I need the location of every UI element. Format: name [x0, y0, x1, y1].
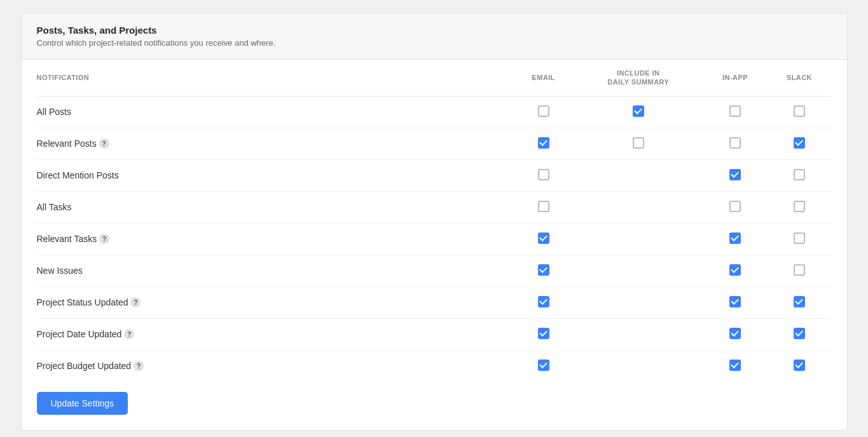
- in-app-checkbox[interactable]: [729, 264, 741, 276]
- notification-label-cell: Direct Mention Posts: [37, 159, 514, 191]
- email-checkbox[interactable]: [538, 296, 549, 307]
- email-checkbox[interactable]: [538, 201, 549, 212]
- notification-name: New Issues: [37, 266, 83, 276]
- slack-checkbox[interactable]: [794, 201, 805, 212]
- card-subtitle: Control which project-related notificati…: [37, 38, 832, 48]
- daily-summary-cell: [574, 128, 703, 159]
- notification-name: Project Budget Updated: [37, 361, 132, 371]
- in-app-cell: [703, 350, 768, 382]
- update-settings-button[interactable]: Update Settings: [37, 392, 128, 415]
- table-row: New Issues: [37, 255, 832, 286]
- in-app-checkbox[interactable]: [729, 232, 741, 244]
- email-cell: [514, 223, 574, 255]
- slack-cell: [767, 191, 831, 223]
- help-icon[interactable]: ?: [99, 138, 109, 149]
- email-checkbox[interactable]: [538, 137, 549, 149]
- notification-label-cell: Relevant Posts?: [37, 128, 514, 159]
- card-title: Posts, Tasks, and Projects: [37, 25, 832, 36]
- in-app-cell: [703, 318, 768, 350]
- slack-checkbox[interactable]: [794, 169, 805, 180]
- notification-name: All Tasks: [37, 202, 72, 212]
- in-app-checkbox[interactable]: [729, 328, 741, 339]
- daily-summary-cell: [574, 318, 703, 350]
- slack-checkbox[interactable]: [794, 232, 805, 244]
- email-cell: [514, 128, 574, 159]
- table-header-row: NOTIFICATION EMAIL INCLUDE IN DAILY SUMM…: [37, 60, 832, 96]
- daily-summary-cell: [574, 159, 703, 191]
- slack-checkbox[interactable]: [794, 328, 805, 339]
- help-icon[interactable]: ?: [124, 329, 134, 339]
- help-icon[interactable]: ?: [130, 297, 141, 307]
- daily-summary-cell: [574, 223, 703, 255]
- col-slack: SLACK: [767, 60, 831, 96]
- notifications-table: NOTIFICATION EMAIL INCLUDE IN DAILY SUMM…: [37, 60, 832, 382]
- in-app-cell: [703, 286, 768, 318]
- table-row: Relevant Tasks?: [37, 223, 832, 255]
- notification-label-cell: All Tasks: [37, 191, 514, 223]
- in-app-cell: [703, 255, 768, 286]
- col-in-app: IN-APP: [703, 60, 768, 96]
- email-cell: [514, 318, 574, 350]
- email-cell: [514, 255, 574, 286]
- slack-checkbox[interactable]: [794, 360, 805, 371]
- in-app-checkbox[interactable]: [729, 201, 741, 212]
- in-app-checkbox[interactable]: [729, 296, 741, 307]
- in-app-checkbox[interactable]: [729, 137, 741, 149]
- in-app-checkbox[interactable]: [729, 360, 741, 371]
- slack-cell: [767, 318, 831, 350]
- notification-name: Project Status Updated: [37, 297, 128, 307]
- daily-summary-cell: [574, 350, 703, 382]
- notification-label-cell: Relevant Tasks?: [37, 223, 514, 255]
- slack-cell: [767, 128, 831, 159]
- email-checkbox[interactable]: [538, 328, 549, 339]
- email-checkbox[interactable]: [538, 360, 549, 371]
- email-checkbox[interactable]: [538, 105, 549, 117]
- slack-cell: [767, 223, 831, 255]
- slack-cell: [767, 286, 831, 318]
- card-header: Posts, Tasks, and Projects Control which…: [22, 13, 847, 60]
- col-email: EMAIL: [514, 60, 574, 96]
- email-checkbox[interactable]: [538, 232, 549, 244]
- email-cell: [514, 96, 574, 128]
- daily-summary-cell: [574, 255, 703, 286]
- notification-name: Project Date Updated: [37, 329, 122, 339]
- notification-name: Relevant Tasks: [37, 234, 97, 244]
- table-wrap: NOTIFICATION EMAIL INCLUDE IN DAILY SUMM…: [22, 60, 847, 430]
- notification-name: Direct Mention Posts: [37, 170, 119, 180]
- col-daily-summary: INCLUDE IN DAILY SUMMARY: [574, 60, 703, 96]
- in-app-checkbox[interactable]: [729, 169, 741, 180]
- table-row: Project Date Updated?: [37, 318, 832, 350]
- slack-cell: [767, 96, 831, 128]
- slack-checkbox[interactable]: [794, 137, 805, 149]
- slack-cell: [767, 350, 831, 382]
- daily-summary-cell: [574, 286, 703, 318]
- slack-checkbox[interactable]: [794, 264, 805, 276]
- email-checkbox[interactable]: [538, 169, 549, 180]
- email-checkbox[interactable]: [538, 264, 549, 276]
- daily-summary-checkbox[interactable]: [633, 105, 644, 117]
- in-app-cell: [703, 96, 768, 128]
- in-app-cell: [703, 128, 768, 159]
- slack-checkbox[interactable]: [794, 105, 805, 117]
- help-icon[interactable]: ?: [99, 234, 109, 244]
- notification-label-cell: New Issues: [37, 255, 514, 286]
- in-app-cell: [703, 159, 768, 191]
- in-app-checkbox[interactable]: [729, 105, 741, 117]
- slack-checkbox[interactable]: [794, 296, 805, 307]
- in-app-cell: [703, 191, 768, 223]
- email-cell: [514, 159, 574, 191]
- settings-card: Posts, Tasks, and Projects Control which…: [21, 13, 848, 431]
- in-app-cell: [703, 223, 768, 255]
- table-row: All Posts: [37, 96, 832, 128]
- daily-summary-checkbox[interactable]: [633, 137, 644, 149]
- notification-name: Relevant Posts: [37, 138, 97, 149]
- table-row: Direct Mention Posts: [37, 159, 832, 191]
- notification-label-cell: Project Date Updated?: [37, 318, 514, 350]
- help-icon[interactable]: ?: [134, 361, 144, 371]
- table-row: Relevant Posts?: [37, 128, 832, 159]
- daily-summary-cell: [574, 96, 703, 128]
- daily-summary-cell: [574, 191, 703, 223]
- table-row: Project Budget Updated?: [37, 350, 832, 382]
- slack-cell: [767, 255, 831, 286]
- table-row: All Tasks: [37, 191, 832, 223]
